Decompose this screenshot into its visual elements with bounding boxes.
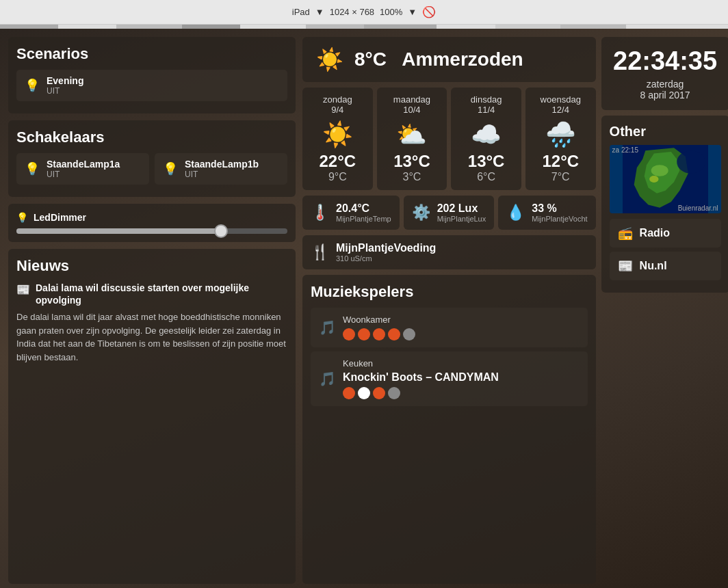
lamp1b-name: StaandeLamp1b (185, 159, 259, 170)
radar-svg (610, 145, 721, 213)
muziek-room-1: Keuken (343, 358, 499, 369)
slider-thumb[interactable] (214, 224, 228, 238)
ctrl-btn-1-1[interactable] (358, 387, 370, 399)
slider-fill (16, 228, 220, 234)
voeding-name: MijnPlantjeVoeding (336, 242, 436, 254)
forecast-2: dinsdag 11/4 ☁️ 13°C 6°C (451, 88, 521, 190)
svg-point-5 (649, 176, 658, 183)
ctrl-btn-1-3[interactable] (388, 387, 400, 399)
right-column: 22:34:35 zaterdag 8 april 2017 Other za … (596, 37, 728, 584)
forecast-row: zondag 9/4 ☀️ 22°C 9°C maandag 10/4 ⛅ 13… (302, 88, 596, 190)
muziek-controls-0 (343, 328, 415, 340)
forecast-1-high: 13°C (384, 152, 441, 171)
clock-panel: 22:34:35 zaterdag 8 april 2017 (601, 37, 728, 110)
lamps-row: 💡 StaandeLamp1a UIT 💡 StaandeLamp1b UIT (16, 153, 287, 189)
schakelaars-panel: Schakelaars 💡 StaandeLamp1a UIT 💡 Staand… (8, 120, 296, 197)
schakelaars-title: Schakelaars (16, 129, 287, 146)
lamp1a-item[interactable]: 💡 StaandeLamp1a UIT (16, 153, 149, 185)
ctrl-btn-0-2[interactable] (373, 328, 385, 340)
ctrl-btn-1-0[interactable] (343, 387, 355, 399)
muziek-woonkamer[interactable]: 🎵 Woonkamer (311, 308, 588, 347)
radio-label: Radio (640, 227, 670, 239)
content-grid: Scenarios 💡 Evening UIT Schakelaars 💡 (0, 29, 728, 588)
svg-point-4 (651, 165, 668, 176)
lamp1b-item[interactable]: 💡 StaandeLamp1b UIT (155, 153, 287, 185)
weather-icon: ☀️ (316, 46, 343, 72)
forecast-3-high: 12°C (532, 152, 589, 171)
forecast-0-low: 9°C (309, 171, 366, 183)
lamp-icon: 💡 (25, 78, 40, 93)
voeding-icon: 🍴 (311, 243, 329, 261)
forecast-2-high: 13°C (458, 152, 515, 171)
muziekspelers-panel: Muziekspelers 🎵 Woonkamer (302, 275, 596, 584)
sensor-2-name: MijnPlantjeVocht (532, 215, 587, 223)
forecast-0-icon: ☀️ (309, 120, 366, 149)
sensor-0-name: MijnPlantjeTemp (336, 215, 391, 223)
sensor-0-icon: 🌡️ (311, 204, 329, 222)
nunl-icon: 📰 (618, 258, 633, 273)
ctrl-btn-0-1[interactable] (358, 328, 370, 340)
forecast-1-icon: ⛅ (384, 120, 441, 149)
resolution-label: 1024 × 768 (330, 7, 374, 17)
sensor-1-icon: ⚙️ (412, 204, 430, 222)
scenarios-panel: Scenarios 💡 Evening UIT (8, 37, 296, 113)
ctrl-btn-1-2[interactable] (373, 387, 385, 399)
nieuws-title: Nieuws (16, 257, 287, 275)
music-icon-1: 🎵 (319, 371, 336, 387)
clock-day: zaterdag (611, 79, 720, 90)
forecast-2-day: dinsdag (458, 94, 515, 105)
scenarios-title: Scenarios (16, 45, 287, 63)
sensor-2: 💧 33 % MijnPlantjeVocht (498, 196, 595, 230)
voeding-value: 310 uS/cm (336, 254, 436, 263)
radio-button[interactable]: 📻 Radio (610, 219, 721, 248)
scenario-item-evening[interactable]: 💡 Evening UIT (16, 70, 287, 101)
forecast-1-day: maandag (384, 94, 441, 105)
radar-label: za 22:15 (612, 146, 638, 154)
forecast-3-day: woensdag (532, 94, 589, 105)
muziek-track-1: Knockin' Boots – CANDYMAN (343, 371, 499, 384)
weather-city: Ammerzoden (402, 49, 523, 70)
news-title: Dalai lama wil discussie starten over mo… (36, 282, 287, 306)
sensor-1: ⚙️ 202 Lux MijnPlantjeLux (404, 196, 495, 230)
sensor-1-name: MijnPlantjeLux (437, 215, 486, 223)
forecast-1-low: 3°C (384, 171, 441, 183)
forecast-0: zondag 9/4 ☀️ 22°C 9°C (302, 88, 373, 190)
lamp1a-name: StaandeLamp1a (47, 159, 120, 170)
other-panel: Other za 22:15 (601, 116, 728, 293)
sensor-0-value: 20.4°C (336, 202, 391, 215)
muziek-keuken[interactable]: 🎵 Keuken Knockin' Boots – CANDYMAN (311, 351, 588, 406)
sensor-1-value: 202 Lux (437, 202, 486, 215)
ctrl-btn-0-0[interactable] (343, 328, 355, 340)
sensor-2-value: 33 % (532, 202, 587, 215)
lamp1b-icon: 💡 (163, 161, 178, 176)
radio-icon: 📻 (618, 226, 633, 241)
forecast-3-date: 12/4 (532, 105, 589, 115)
weather-temp-city: 8°C Ammerzoden (354, 49, 523, 70)
news-body: De dalai lama wil dit jaar alvast met ho… (16, 310, 287, 364)
sensor-2-icon: 💧 (506, 204, 525, 222)
main-content: Scenarios 💡 Evening UIT Schakelaars 💡 (0, 29, 728, 588)
forecast-2-low: 6°C (458, 171, 515, 183)
ctrl-btn-0-3[interactable] (388, 328, 400, 340)
dimmer-slider[interactable] (16, 228, 287, 234)
device-label: iPad (292, 7, 310, 17)
forecast-0-day: zondag (309, 94, 366, 105)
no-entry-icon: 🚫 (422, 5, 436, 18)
dimmer-name: LedDimmer (34, 212, 86, 223)
nunl-label: Nu.nl (640, 260, 667, 272)
clock-time: 22:34:35 (611, 46, 720, 76)
forecast-3: woensdag 12/4 🌧️ 12°C 7°C (525, 88, 596, 190)
lamp1a-icon: 💡 (25, 161, 40, 176)
dimmer-icon: 💡 (16, 212, 28, 223)
news-icon: 📰 (16, 283, 30, 296)
nunl-button[interactable]: 📰 Nu.nl (610, 252, 721, 280)
dropdown-arrow[interactable]: ▼ (315, 7, 324, 17)
zoom-arrow[interactable]: ▼ (408, 7, 417, 17)
ctrl-btn-0-4[interactable] (403, 328, 415, 340)
scenario-status: UIT (47, 86, 83, 96)
weather-header: ☀️ 8°C Ammerzoden (302, 37, 596, 82)
weather-temp: 8°C (354, 49, 387, 70)
scenario-name: Evening (47, 75, 83, 86)
dimmer-label: 💡 LedDimmer (16, 212, 287, 223)
left-column: Scenarios 💡 Evening UIT Schakelaars 💡 (8, 37, 302, 584)
